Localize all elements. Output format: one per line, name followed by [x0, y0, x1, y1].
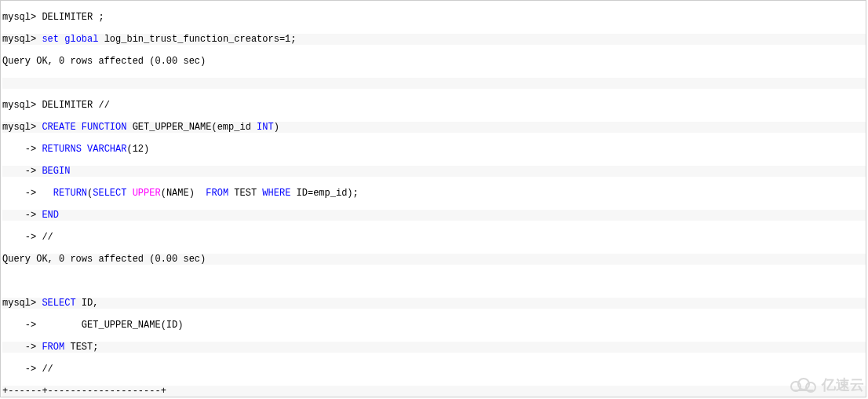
line-7: -> BEGIN: [2, 166, 866, 177]
line-6: -> RETURNS VARCHAR(12): [2, 144, 866, 155]
line-3: [2, 78, 866, 89]
line-2: Query OK, 0 rows affected (0.00 sec): [2, 56, 866, 67]
line-0: mysql> DELIMITER ;: [2, 12, 866, 23]
line-9: -> END: [2, 210, 866, 221]
line-16: -> //: [2, 364, 866, 375]
line-8: -> RETURN(SELECT UPPER(NAME) FROM TEST W…: [2, 188, 866, 199]
line-5: mysql> CREATE FUNCTION GET_UPPER_NAME(em…: [2, 122, 866, 133]
line-11: Query OK, 0 rows affected (0.00 sec): [2, 254, 866, 265]
line-15: -> FROM TEST;: [2, 342, 866, 353]
line-12: [2, 276, 866, 287]
line-1: mysql> set global log_bin_trust_function…: [2, 34, 866, 45]
mysql-terminal[interactable]: mysql> DELIMITER ; mysql> set global log…: [0, 0, 866, 397]
line-14: -> GET_UPPER_NAME(ID): [2, 320, 866, 331]
line-13: mysql> SELECT ID,: [2, 298, 866, 309]
line-17: +------+--------------------+: [2, 386, 866, 397]
line-10: -> //: [2, 232, 866, 243]
line-4: mysql> DELIMITER //: [2, 100, 866, 111]
